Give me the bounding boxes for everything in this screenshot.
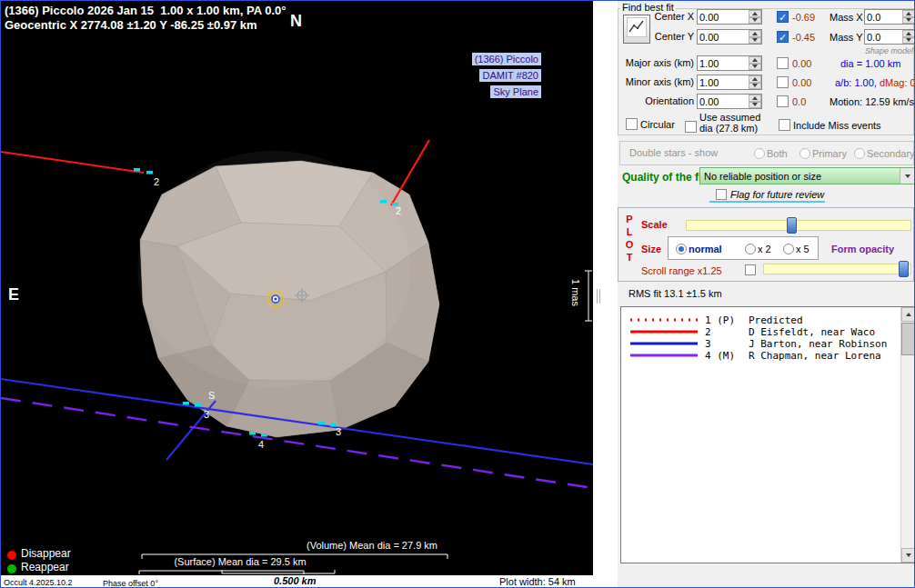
include-miss-checkbox[interactable] <box>779 119 790 131</box>
minor-axis-spinner[interactable] <box>697 75 762 90</box>
center-y-spinner[interactable] <box>697 29 762 45</box>
orientation-input[interactable] <box>698 95 748 108</box>
chord4-line-sample <box>628 353 699 358</box>
find-best-fit-group <box>618 8 914 135</box>
chord2-d-marker <box>134 168 140 172</box>
observer-number: 2 <box>705 326 747 338</box>
orientation-spin-buttons[interactable] <box>749 95 761 108</box>
center-x-spinner[interactable] <box>697 9 762 25</box>
motion-info: Motion: 12.59 km/s <box>830 96 914 107</box>
chord-2-west[interactable] <box>1 152 144 173</box>
scroll-range-slider[interactable] <box>763 264 911 274</box>
flag-review-checkbox[interactable] <box>716 189 727 200</box>
plot-width-label: Plot width: 54 km <box>499 576 576 587</box>
chord3-label: 3 <box>204 409 209 420</box>
disappear-label: Disappear <box>21 547 71 560</box>
quality-dropdown-arrow[interactable] <box>900 168 915 184</box>
orientation-fit-value: 0.0 <box>792 96 806 107</box>
scroll-range-label: Scroll range x1.25 <box>641 265 722 276</box>
center-y-input[interactable] <box>698 30 748 44</box>
scale-slider-thumb[interactable] <box>787 217 797 234</box>
splitter-handle[interactable] <box>597 289 598 304</box>
mass-x-input[interactable] <box>865 10 901 24</box>
scale-label: Scale <box>641 219 668 230</box>
mass-y-spin-buttons[interactable] <box>902 30 915 44</box>
splitter-handle[interactable] <box>599 289 600 304</box>
major-axis-input[interactable] <box>698 56 748 70</box>
orientation-fit-checkbox[interactable] <box>777 95 789 107</box>
minor-axis-fit-checkbox[interactable] <box>777 76 789 88</box>
mass-y-input[interactable] <box>865 30 901 44</box>
size-option-box: normal x 2 x 5 <box>668 236 819 260</box>
center-x-input[interactable] <box>698 10 748 24</box>
size-x5-label: x 5 <box>796 244 809 254</box>
center-x-fit-checkbox[interactable] <box>777 11 789 23</box>
east-label: E <box>8 285 19 304</box>
orientation-spinner[interactable] <box>697 94 762 109</box>
circular-label: Circular <box>640 119 675 130</box>
app-version: Occult 4.2025.10.2 <box>4 578 73 587</box>
minor-axis-input[interactable] <box>698 75 748 89</box>
double-secondary-label: Secondary <box>867 148 915 159</box>
scroll-range-slider-thumb[interactable] <box>899 261 909 277</box>
scrollbar-thumb[interactable] <box>901 323 915 355</box>
size-x5-radio[interactable] <box>783 244 794 254</box>
size-x2-label: x 2 <box>758 244 771 254</box>
mass-y-spinner[interactable] <box>864 29 915 45</box>
dmag-info: dMag: 0.0 <box>880 77 915 88</box>
size-x2-radio[interactable] <box>745 244 756 254</box>
major-axis-fit-checkbox[interactable] <box>777 57 789 69</box>
chevron-down-icon <box>905 174 910 178</box>
scroll-range-checkbox[interactable] <box>745 264 756 275</box>
center-x-spin-buttons[interactable] <box>749 10 761 24</box>
chord3-r-marker <box>318 422 325 425</box>
volume-scale-label: (Volume) Mean dia = 27.9 km <box>307 540 437 551</box>
double-primary-radio[interactable] <box>799 148 810 159</box>
chord-2-east[interactable] <box>391 140 429 205</box>
scroll-up-button[interactable] <box>901 307 915 322</box>
scale-slider[interactable] <box>686 220 911 231</box>
center-y-fit-checkbox[interactable] <box>777 31 789 43</box>
predicted-line-sample <box>628 317 699 323</box>
target-info-box[interactable]: (1366) Piccolo DAMIT #820 Sky Plane <box>465 50 541 99</box>
list-scrollbar[interactable] <box>900 307 915 563</box>
form-opacity-label[interactable]: Form opacity <box>831 244 894 254</box>
major-axis-spin-buttons[interactable] <box>749 56 761 70</box>
observer-row[interactable]: 1 (P) Predicted <box>621 314 915 326</box>
asteroid-shape-model <box>137 151 439 437</box>
observer-row[interactable]: 3 J Barton, near Robinson <box>621 338 915 350</box>
chord3-d-marker <box>183 402 189 405</box>
use-assumed-dia-checkbox[interactable] <box>685 121 697 133</box>
observer-row[interactable]: 4 (M) R Chapman, near Lorena <box>621 350 915 362</box>
double-secondary-radio[interactable] <box>854 148 865 159</box>
plot-controls-group: PLOT Scale Size normal x 2 x 5 Form opac… <box>618 207 914 282</box>
double-both-label: Both <box>767 148 788 159</box>
ab-info: a/b: 1.00, <box>835 77 877 88</box>
mass-x-spin-buttons[interactable] <box>902 10 915 24</box>
scroll-down-button[interactable] <box>901 548 915 563</box>
quality-dropdown[interactable]: No reliable position or size <box>699 167 915 184</box>
observer-list[interactable]: 1 (P) Predicted 2 D Eisfeldt, near Waco … <box>620 306 915 563</box>
flag-underline <box>709 201 825 203</box>
sky-plane-plot: 2 2 3 3 4 S <box>1 1 593 575</box>
double-primary-label: Primary <box>812 148 847 159</box>
major-axis-spinner[interactable] <box>697 55 762 71</box>
observer-row[interactable]: 2 D Eisfeldt, near Waco <box>621 326 915 338</box>
center-x-label: Center X <box>618 11 694 22</box>
double-both-radio[interactable] <box>754 148 765 159</box>
south-label: S <box>208 390 215 401</box>
size-label: Size <box>641 244 661 254</box>
mass-x-spinner[interactable] <box>864 9 915 25</box>
circular-checkbox[interactable] <box>626 118 638 130</box>
plane-label: Sky Plane <box>490 85 541 98</box>
observer-number: 1 (P) <box>705 314 747 326</box>
minor-axis-fit-value: 0.00 <box>792 77 811 88</box>
minor-axis-spin-buttons[interactable] <box>749 75 761 89</box>
size-normal-label: normal <box>689 244 722 254</box>
arrow-up-icon <box>906 313 911 316</box>
double-stars-label: Double stars - show <box>629 147 718 158</box>
size-normal-radio[interactable] <box>676 244 687 254</box>
center-y-spin-buttons[interactable] <box>749 30 761 44</box>
observer-number: 3 <box>705 338 747 350</box>
chord4-marker <box>249 432 256 435</box>
